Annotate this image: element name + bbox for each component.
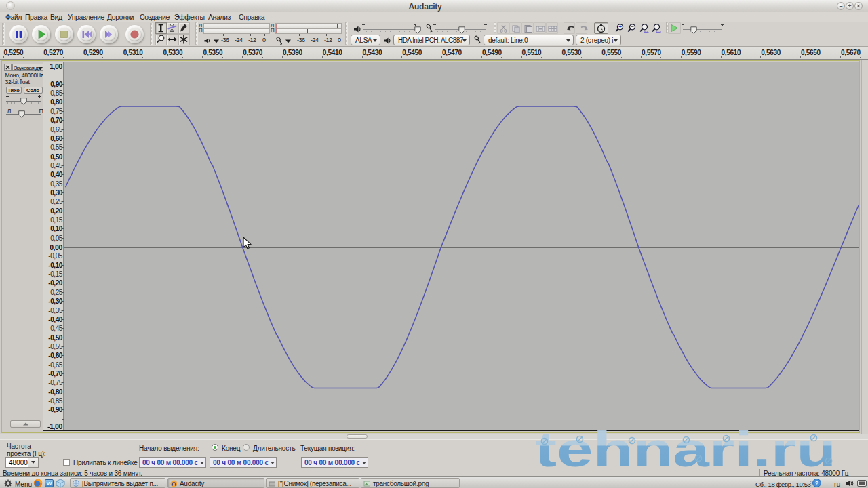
svg-text:−: −: [631, 24, 634, 30]
svg-text:?: ?: [815, 480, 818, 487]
svg-text:+: +: [618, 24, 622, 30]
